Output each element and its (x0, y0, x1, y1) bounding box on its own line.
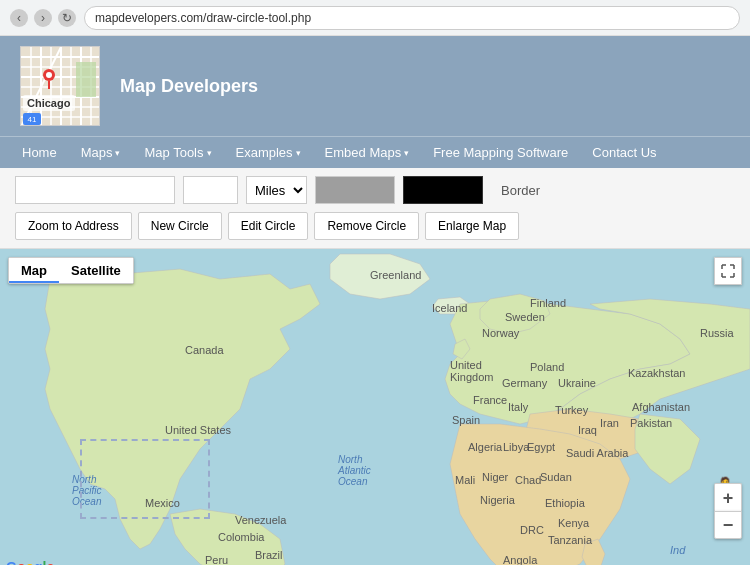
svg-rect-16 (76, 62, 96, 97)
nav-home[interactable]: Home (10, 137, 69, 168)
chicago-map-thumbnail: Chicago 41 (20, 46, 100, 126)
toolbar-row-1: 10 Miles Km AAAAAA 000000 Border (15, 176, 735, 204)
selection-rectangle (80, 439, 210, 519)
enlarge-map-button[interactable]: Enlarge Map (425, 212, 519, 240)
remove-circle-button[interactable]: Remove Circle (314, 212, 419, 240)
google-logo: Google (6, 559, 54, 565)
fullscreen-icon (721, 264, 735, 278)
site-logo: Map Developers (120, 76, 258, 97)
browser-bar: ‹ › ↻ (0, 0, 750, 36)
nav-free-mapping[interactable]: Free Mapping Software (421, 137, 580, 168)
back-button[interactable]: ‹ (10, 9, 28, 27)
nav-examples[interactable]: Examples ▾ (224, 137, 313, 168)
navigation-bar: Home Maps ▾ Map Tools ▾ Examples ▾ Embed… (0, 136, 750, 168)
browser-address-bar[interactable] (84, 6, 740, 30)
svg-text:Chicago: Chicago (27, 97, 71, 109)
address-input[interactable] (15, 176, 175, 204)
map-type-satellite-button[interactable]: Satellite (59, 258, 133, 283)
unit-select[interactable]: Miles Km (246, 176, 307, 204)
map-type-map-button[interactable]: Map (9, 258, 59, 283)
nav-map-tools[interactable]: Map Tools ▾ (132, 137, 223, 168)
forward-button[interactable]: › (34, 9, 52, 27)
svg-point-18 (46, 72, 52, 78)
border-label: Border (501, 183, 540, 198)
reload-button[interactable]: ↻ (58, 9, 76, 27)
radius-input[interactable]: 10 (183, 176, 238, 204)
zoom-out-button[interactable]: − (714, 511, 742, 539)
map-zoom-controls: + − (714, 483, 742, 539)
map-type-control: Map Satellite (8, 257, 134, 284)
nav-map-tools-arrow: ▾ (207, 148, 212, 158)
nav-embed-maps[interactable]: Embed Maps ▾ (313, 137, 422, 168)
zoom-to-address-button[interactable]: Zoom to Address (15, 212, 132, 240)
border-color-input[interactable]: 000000 (403, 176, 483, 204)
fill-color-input[interactable]: AAAAAA (315, 176, 395, 204)
browser-controls: ‹ › ↻ (10, 9, 76, 27)
nav-maps-arrow: ▾ (115, 148, 120, 158)
toolbar-row-2: Zoom to Address New Circle Edit Circle R… (15, 212, 735, 240)
toolbar: 10 Miles Km AAAAAA 000000 Border Zoom to… (0, 168, 750, 249)
nav-contact[interactable]: Contact Us (580, 137, 668, 168)
zoom-in-button[interactable]: + (714, 483, 742, 511)
svg-text:41: 41 (28, 115, 37, 124)
nav-examples-arrow: ▾ (296, 148, 301, 158)
new-circle-button[interactable]: New Circle (138, 212, 222, 240)
map-container[interactable]: Greenland Iceland Finland Sweden Norway … (0, 249, 750, 565)
nav-embed-maps-arrow: ▾ (404, 148, 409, 158)
map-footer: Google (6, 559, 54, 565)
site-header: Chicago 41 Map Developers (0, 36, 750, 136)
nav-maps[interactable]: Maps ▾ (69, 137, 133, 168)
edit-circle-button[interactable]: Edit Circle (228, 212, 309, 240)
map-fullscreen-button[interactable] (714, 257, 742, 285)
